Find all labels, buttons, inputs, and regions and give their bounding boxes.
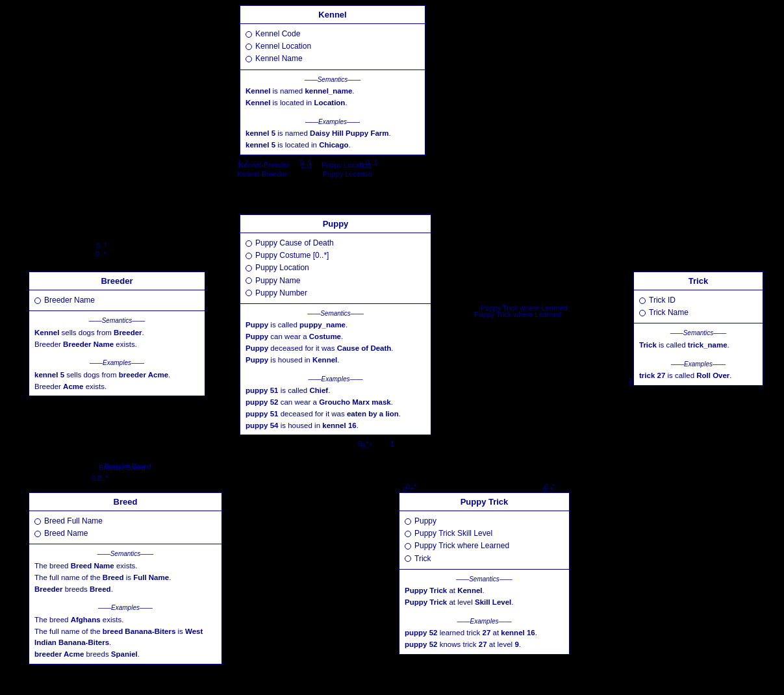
- puppy-title: Puppy: [240, 215, 431, 233]
- mult-kennel-01a: 0..1: [300, 158, 312, 166]
- kennel-examples: ——Examples—— kennel 5 is named Daisy Hil…: [240, 112, 425, 155]
- puppy-attrs: Puppy Cause of Death Puppy Costume [0..*…: [240, 233, 431, 304]
- puppy-examples: ——Examples—— puppy 51 is called Chief. p…: [240, 370, 431, 435]
- trick-examples: ——Examples—— trick 27 is called Roll Ove…: [634, 355, 763, 385]
- breed-box: Breed Breed Full Name Breed Name ——Seman…: [29, 492, 222, 664]
- mult-puppy-bottom: 0..*: [358, 440, 369, 448]
- kennel-attr-2: Kennel Name: [255, 53, 303, 65]
- trick-box: Trick Trick ID Trick Name ——Semantics—— …: [633, 272, 763, 386]
- puppy-attr-3: Puppy Name: [255, 275, 300, 287]
- puppy-attr-0: Puppy Cause of Death: [255, 237, 334, 249]
- mult-pt-right: 0..*: [544, 483, 555, 490]
- breeder-title: Breeder: [29, 272, 205, 290]
- puppy-attr-1: Puppy Costume [0..*]: [255, 249, 329, 262]
- trick-attr-0: Trick ID: [649, 294, 676, 307]
- kennel-attr-0: Kennel Code: [255, 28, 300, 40]
- mult-kennel-left: 1..*: [238, 158, 249, 166]
- puppy-trick-attrs: Puppy Puppy Trick Skill Level Puppy Tric…: [399, 511, 569, 570]
- breed-examples: ——Examples—— The breed Afghans exists. T…: [29, 598, 221, 664]
- puppy-box: Puppy Puppy Cause of Death Puppy Costume…: [240, 214, 431, 435]
- breeder-attr-0: Breeder Name: [44, 294, 95, 307]
- puppy-trick-attr-3: Trick: [414, 553, 431, 565]
- puppy-semantics: ——Semantics—— Puppy is called puppy_name…: [240, 304, 431, 370]
- breeder-box: Breeder Breeder Name ——Semantics—— Kenne…: [29, 272, 205, 396]
- trick-attrs: Trick ID Trick Name: [634, 290, 763, 323]
- breed-attr-0: Breed Full Name: [44, 515, 103, 527]
- puppy-trick-box: Puppy Trick Puppy Puppy Trick Skill Leve…: [399, 492, 570, 655]
- rel-kennel-breeder: Kennel-Breeder: [237, 170, 287, 178]
- mult-breed-top: 0..*: [97, 474, 108, 482]
- trick-title: Trick: [634, 272, 763, 290]
- mult-puppy-1: 1: [390, 440, 394, 448]
- trick-attr-1: Trick Name: [649, 307, 689, 319]
- trick-semantics: ——Semantics—— Trick is called trick_name…: [634, 323, 763, 354]
- breeder-examples: ——Examples—— kennel 5 sells dogs from br…: [29, 353, 205, 396]
- puppy-trick-examples: ——Examples—— puppy 52 learned trick 27 a…: [399, 612, 569, 654]
- rel-breeder-breed: Breeder Breed: [99, 464, 145, 472]
- puppy-attr-4: Puppy Number: [255, 287, 307, 299]
- kennel-attrs: Kennel Code Kennel Location Kennel Name: [240, 24, 425, 70]
- breed-semantics: ——Semantics—— The breed Breed Name exist…: [29, 544, 221, 598]
- breeder-attrs: Breeder Name: [29, 290, 205, 311]
- mult-breeder-top: 0..*: [95, 250, 107, 258]
- puppy-trick-attr-2: Puppy Trick where Learned: [414, 540, 509, 552]
- puppy-attr-2: Puppy Location: [255, 262, 309, 274]
- kennel-attr-1: Kennel Location: [255, 40, 311, 53]
- breed-attrs: Breed Full Name Breed Name: [29, 511, 221, 544]
- mult-trick-bottom: 1: [628, 379, 632, 387]
- puppy-trick-semantics: ——Semantics—— Puppy Trick at Kennel. Pup…: [399, 570, 569, 612]
- puppy-trick-attr-0: Puppy: [414, 515, 436, 527]
- breed-attr-1: Breed Name: [44, 527, 88, 540]
- diagram-container: Kennel-Breeder Puppy Location 0..* 1..* …: [0, 0, 784, 695]
- kennel-box: Kennel Kennel Code Kennel Location Kenne…: [240, 5, 425, 155]
- rel-puppy-trick-where: Puppy Trick where Learned: [474, 310, 561, 318]
- kennel-semantics: ——Semantics—— Kennel is named kennel_nam…: [240, 70, 425, 112]
- breed-title: Breed: [29, 493, 221, 511]
- mult-pt-left: 0..*: [406, 483, 417, 490]
- puppy-trick-title: Puppy Trick: [399, 493, 569, 511]
- mult-0star-a: 0..*: [96, 242, 107, 249]
- rel-puppy-location: Puppy Location: [323, 170, 372, 178]
- mult-kennel-01b: 0..1: [366, 158, 377, 166]
- puppy-trick-attr-1: Puppy Trick Skill Level: [414, 527, 492, 540]
- kennel-title: Kennel: [240, 6, 425, 24]
- breeder-semantics: ——Semantics—— Kennel sells dogs from Bre…: [29, 311, 205, 353]
